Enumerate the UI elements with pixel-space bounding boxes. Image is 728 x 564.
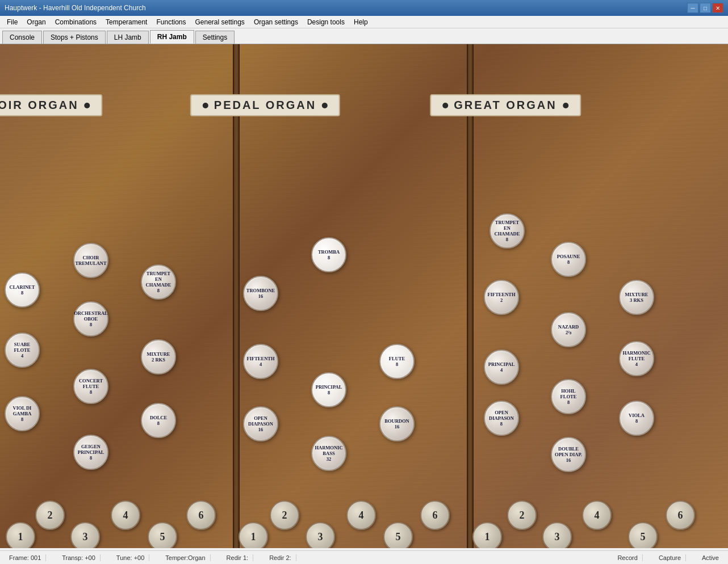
tab-stops-+-pistons[interactable]: Stops + Pistons [43,31,106,44]
stop-fifteenth-great[interactable]: FIFTEENTH2 [484,280,519,315]
close-button[interactable]: ✕ [712,3,723,13]
piston-great-2[interactable]: 2 [507,500,537,530]
status-redir1: Redir 1: [222,554,254,561]
stop-clarinet-8[interactable]: CLARINET8 [5,272,40,308]
stop-trumpet-chamade-choir[interactable]: TRUMPETENCHAMADE8 [141,264,176,300]
tab-console[interactable]: Console [2,31,42,44]
menu-item-combinations[interactable]: Combinations [51,17,101,27]
stop-principal-pedal[interactable]: PRINCIPAL8 [311,372,346,407]
stop-hohl-flote[interactable]: HOHLFLOTE8 [551,379,586,414]
menu-item-organ-settings[interactable]: Organ settings [249,17,303,27]
piston-choir-6[interactable]: 6 [186,500,216,530]
stop-principal-great[interactable]: PRINCIPAL4 [484,350,519,385]
stop-fifteenth-pedal[interactable]: FIFTEENTH4 [243,344,278,379]
stop-nazard[interactable]: NAZARD2²₃ [551,312,586,347]
stop-double-open-diap[interactable]: DOUBLEOPEN DIAP.16 [551,437,586,472]
piston-great-5[interactable]: 5 [628,522,658,548]
stop-tromba[interactable]: TROMBA8 [311,237,346,272]
stop-open-diapason-great[interactable]: OPENDIAPASON8 [484,401,519,436]
label-dot-right [85,103,90,108]
piston-great-4[interactable]: 4 [582,500,612,530]
piston-great-1[interactable]: 1 [472,522,502,548]
great-label-dot-right [563,103,568,108]
piston-choir-3[interactable]: 3 [70,522,100,548]
great-label-dot-left [442,103,448,108]
choir-organ-label: CHOIR ORGAN [0,94,103,116]
piston-choir-5[interactable]: 5 [148,522,177,548]
statusbar: Frame: 001 Transp: +00 Tune: +00 Temper:… [0,550,728,564]
piston-pedal-5[interactable]: 5 [383,522,413,548]
piston-pedal-6[interactable]: 6 [420,500,450,530]
status-record: Record [613,554,642,561]
stop-geigen-principal[interactable]: GEIGENPRINCIPAL8 [73,435,108,470]
stop-concert-flute[interactable]: CONCERTFLUTE8 [73,369,108,404]
piston-choir-4[interactable]: 4 [111,500,140,530]
piston-choir-1[interactable]: 1 [6,522,35,548]
stop-mixture-3rks[interactable]: MIXTURE3 RKS [619,280,654,315]
stop-harmonic-flute[interactable]: HARMONICFLUTE4 [619,341,654,376]
stop-open-diapason-pedal[interactable]: OPENDIAPASON16 [243,406,278,441]
piston-pedal-2[interactable]: 2 [270,500,299,530]
stop-trombone[interactable]: TROMBONE16 [243,276,278,311]
maximize-button[interactable]: □ [700,3,711,13]
status-redir2: Redir 2: [265,554,296,561]
window-controls: ─ □ ✕ [687,3,723,13]
menu-item-file[interactable]: File [2,17,22,27]
titlebar: Hauptwerk - Haverhill Old Independent Ch… [0,0,728,16]
status-capture: Capture [654,554,686,561]
tab-settings[interactable]: Settings [195,31,235,44]
great-organ-label: GREAT ORGAN [430,94,581,116]
menu-item-general-settings[interactable]: General settings [190,17,249,27]
stop-bourdon[interactable]: BOURDON16 [379,406,415,441]
stop-viol-di-gamba[interactable]: VIOL DIGAMBA8 [5,396,40,431]
stop-choir-tremulant[interactable]: CHOIRTREMULANT [73,243,108,278]
tab-rh-jamb[interactable]: RH Jamb [150,30,194,44]
organ-console: CHOIR ORGAN PEDAL ORGAN GREAT ORGAN CHOI… [0,44,728,548]
menu-item-design-tools[interactable]: Design tools [303,17,349,27]
menu-item-help[interactable]: Help [349,17,373,27]
stop-harmonic-bass[interactable]: HARMONICBASS32 [311,436,346,471]
piston-great-3[interactable]: 3 [542,522,572,548]
stop-trumpet-chamade-great[interactable]: TRUMPETENCHAMADE8 [489,213,525,249]
status-active: Active [697,554,723,561]
stop-viola[interactable]: VIOLA8 [619,401,654,436]
divider-right [467,44,474,548]
status-transp: Transp: +00 [57,554,101,561]
stop-flute-pedal[interactable]: FLUTE8 [379,344,415,379]
menu-item-temperament[interactable]: Temperament [101,17,152,27]
tab-lh-jamb[interactable]: LH Jamb [107,31,149,44]
divider-left [233,44,240,548]
pedal-label-dot-right [322,103,328,108]
minimize-button[interactable]: ─ [687,3,698,13]
stop-orchestral-oboe[interactable]: ORCHESTRALOBOE8 [73,301,108,336]
piston-choir-2[interactable]: 2 [35,500,65,530]
stop-posaune[interactable]: POSAUNE8 [551,242,586,277]
status-tune: Tune: +00 [112,554,149,561]
pedal-label-dot-left [203,103,208,108]
stop-dolce[interactable]: DOLCE8 [141,403,176,438]
piston-pedal-4[interactable]: 4 [346,500,376,530]
stop-suabe-flote[interactable]: SUABEFLOTE4 [5,332,40,368]
menubar: FileOrganCombinationsTemperamentFunction… [0,16,728,28]
stop-mixture-2rks[interactable]: MIXTURE2 RKS [141,339,176,374]
status-temper: Temper:Organ [161,554,210,561]
menu-item-organ[interactable]: Organ [22,17,50,27]
piston-pedal-3[interactable]: 3 [306,522,335,548]
piston-great-6[interactable]: 6 [666,500,695,530]
tabbar: ConsoleStops + PistonsLH JambRH JambSett… [0,28,728,44]
menu-item-functions[interactable]: Functions [152,17,190,27]
pedal-organ-label: PEDAL ORGAN [190,94,340,116]
piston-pedal-1[interactable]: 1 [239,522,268,548]
window-title: Hauptwerk - Haverhill Old Independent Ch… [5,4,687,12]
status-frame: Frame: 001 [5,554,46,561]
